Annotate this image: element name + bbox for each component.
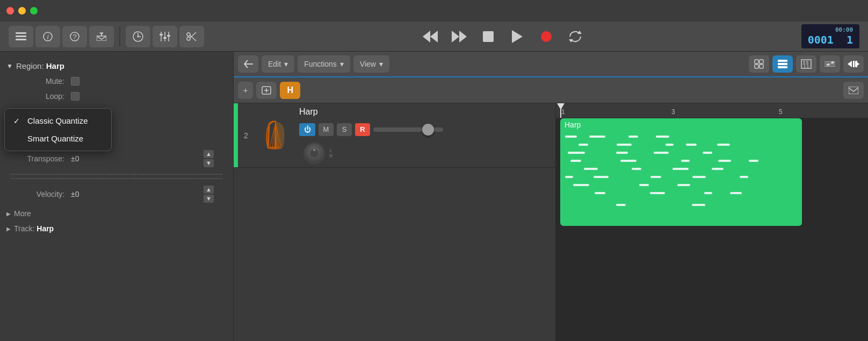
- transpose-up-button[interactable]: ▲: [204, 150, 214, 158]
- midi-note: [617, 144, 632, 146]
- view-mode-step-button[interactable]: [843, 55, 864, 73]
- midi-note: [620, 160, 636, 162]
- envelope-button[interactable]: [843, 82, 864, 99]
- maximize-button[interactable]: [30, 7, 38, 15]
- transpose-label: Transpose:: [11, 154, 64, 163]
- quantize-classic-item[interactable]: ✓ Classic Quantize: [5, 112, 111, 130]
- main-toolbar: i ? 00:00: [0, 22, 868, 52]
- quantize-dropdown: ✓ Classic Quantize Smart Quantize: [4, 108, 112, 151]
- mute-checkbox[interactable]: [71, 77, 79, 86]
- harp-region-title: Harp: [560, 118, 802, 131]
- add-region-button[interactable]: [256, 82, 277, 99]
- loop-checkbox[interactable]: [71, 92, 79, 101]
- inbox-button[interactable]: [89, 26, 114, 47]
- midi-note: [712, 168, 724, 170]
- mute-button[interactable]: M: [319, 123, 334, 136]
- quantize-smart-item[interactable]: Smart Quantize: [5, 130, 111, 147]
- midi-note: [616, 152, 628, 154]
- midi-note: [573, 184, 589, 186]
- midi-note: [692, 176, 706, 178]
- midi-note: [589, 136, 605, 138]
- editor-toolbar2: + H: [234, 77, 868, 103]
- view-mode-score-button[interactable]: [820, 55, 840, 73]
- functions-menu-button[interactable]: Functions ▾: [298, 55, 350, 73]
- toolbar-separator: [119, 27, 120, 46]
- view-mode-grid-button[interactable]: [749, 55, 769, 73]
- volume-slider[interactable]: [373, 127, 443, 132]
- add-button[interactable]: +: [238, 82, 253, 99]
- midi-row-2: [562, 141, 800, 148]
- more-expand-icon: ▶: [6, 211, 11, 217]
- play-button[interactable]: [505, 26, 530, 47]
- fast-forward-button[interactable]: [447, 26, 472, 47]
- loop-label: Loop:: [11, 92, 64, 101]
- midi-note: [654, 152, 669, 154]
- harp-button[interactable]: H: [280, 82, 300, 99]
- rewind-button[interactable]: [418, 26, 443, 47]
- midi-note: [584, 168, 598, 170]
- divider-2: [11, 178, 222, 179]
- info-button[interactable]: i: [35, 26, 60, 47]
- transpose-down-button[interactable]: ▼: [204, 159, 214, 167]
- record-arm-button[interactable]: R: [355, 123, 370, 136]
- help-button[interactable]: ?: [62, 26, 87, 47]
- svg-marker-25: [452, 31, 459, 42]
- editor-toolbar: Edit ▾ Functions ▾ View ▾: [234, 52, 868, 77]
- svg-point-64: [267, 146, 282, 150]
- velocity-label: Velocity:: [11, 190, 64, 198]
- svg-point-29: [541, 31, 552, 42]
- mute-row: Mute:: [0, 74, 233, 89]
- svg-point-48: [830, 61, 834, 64]
- back-button[interactable]: [238, 55, 258, 73]
- loop-row: Loop:: [0, 89, 233, 104]
- edit-menu-button[interactable]: Edit ▾: [262, 55, 294, 73]
- close-button[interactable]: [6, 7, 14, 15]
- svg-rect-16: [160, 34, 163, 35]
- functions-label: Functions: [304, 60, 337, 68]
- scissors-button[interactable]: [179, 26, 204, 47]
- midi-note: [594, 176, 609, 178]
- midi-note: [595, 192, 605, 194]
- track-row: ▶ Track: Harp: [0, 221, 233, 236]
- stop-button[interactable]: [476, 26, 501, 47]
- midi-note: [703, 152, 712, 154]
- velocity-down-button[interactable]: ▼: [204, 195, 214, 203]
- pan-knob[interactable]: [303, 143, 325, 164]
- track-buttons: ⏻ M S R: [299, 123, 443, 136]
- edit-chevron-icon: ▾: [284, 60, 288, 68]
- record-button[interactable]: [534, 26, 559, 47]
- region-collapse-icon[interactable]: ▼: [6, 62, 13, 70]
- playhead[interactable]: [560, 103, 561, 118]
- quantize-classic-label: Classic Quantize: [27, 116, 88, 125]
- power-button[interactable]: ⏻: [299, 123, 315, 136]
- midi-note: [656, 136, 669, 138]
- quantize-smart-label: Smart Quantize: [27, 134, 83, 143]
- timeline-area: 1 3 5 // Tick marks rendered via JS belo…: [556, 103, 868, 341]
- edit-label: Edit: [268, 60, 281, 68]
- velocity-up-button[interactable]: ▲: [204, 186, 214, 194]
- more-row[interactable]: ▶ More: [0, 206, 233, 221]
- list-button[interactable]: [9, 26, 33, 47]
- midi-note: [718, 160, 731, 162]
- view-menu-button[interactable]: View ▾: [353, 55, 389, 73]
- mixer-button[interactable]: [153, 26, 177, 47]
- harp-label: H: [287, 86, 293, 95]
- track-controls: Harp ⏻ M S R: [299, 107, 443, 164]
- midi-row-6: [562, 174, 800, 180]
- volume-knob[interactable]: [422, 124, 434, 136]
- view-mode-list-button[interactable]: [772, 55, 793, 73]
- main-layout: ▼ Region: Harp Mute: Loop: ✓ Classic Qua…: [0, 52, 868, 341]
- svg-rect-35: [755, 65, 758, 68]
- midi-note: [692, 204, 705, 206]
- view-mode-piano-button[interactable]: [796, 55, 816, 73]
- minimize-button[interactable]: [18, 7, 26, 15]
- ruler-ticks: // Tick marks rendered via JS below: [556, 103, 868, 118]
- solo-button[interactable]: S: [337, 123, 352, 136]
- svg-point-47: [826, 63, 830, 66]
- svg-rect-39: [778, 66, 787, 68]
- clock-button[interactable]: [126, 26, 150, 47]
- playback-controls: [418, 26, 588, 47]
- svg-rect-2: [16, 39, 26, 40]
- harp-midi-region[interactable]: Harp: [560, 118, 802, 226]
- cycle-button[interactable]: [563, 26, 588, 47]
